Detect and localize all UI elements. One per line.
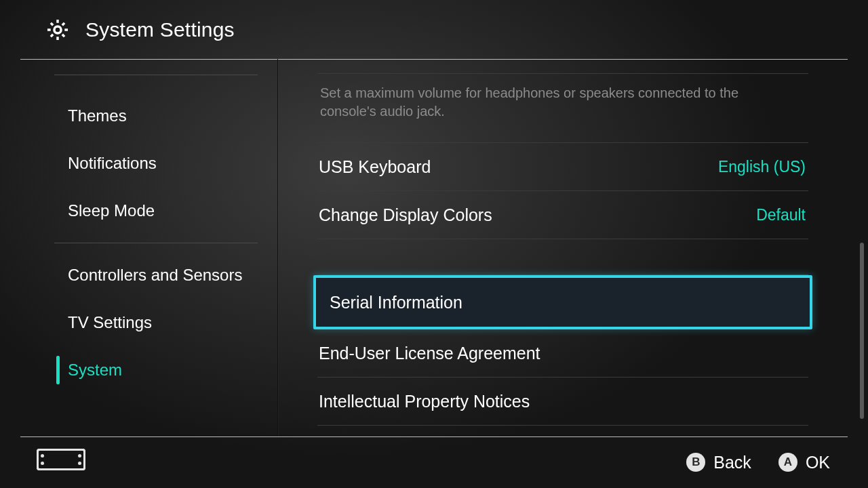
sidebar-item-label: System bbox=[68, 361, 122, 380]
sidebar: Themes Notifications Sleep Mode Controll… bbox=[0, 60, 278, 436]
back-label: Back bbox=[713, 453, 751, 472]
footer: B Back A OK bbox=[0, 436, 868, 488]
main: Set a maximum volume for headphones or s… bbox=[278, 60, 868, 436]
sidebar-item-tv-settings[interactable]: TV Settings bbox=[54, 299, 258, 346]
hint-text: Set a maximum volume for headphones or s… bbox=[317, 74, 758, 121]
sidebar-item-label: Controllers and Sensors bbox=[68, 266, 242, 285]
sidebar-item-controllers-and-sensors[interactable]: Controllers and Sensors bbox=[54, 251, 258, 299]
header: System Settings bbox=[0, 0, 868, 60]
sidebar-item-notifications[interactable]: Notifications bbox=[54, 140, 258, 187]
option-usb-keyboard[interactable]: USB Keyboard English (US) bbox=[317, 143, 808, 191]
sidebar-group-2: Controllers and Sensors TV Settings Syst… bbox=[0, 251, 278, 394]
list-item-serial-information[interactable]: Serial Information bbox=[313, 275, 812, 329]
gear-icon bbox=[45, 17, 71, 43]
option-label: USB Keyboard bbox=[319, 157, 431, 177]
body: Themes Notifications Sleep Mode Controll… bbox=[0, 60, 868, 436]
option-value: Default bbox=[756, 206, 806, 224]
back-button[interactable]: B Back bbox=[686, 453, 751, 472]
list-item-label: Intellectual Property Notices bbox=[319, 392, 530, 411]
sidebar-divider bbox=[54, 75, 258, 75]
sidebar-item-label: TV Settings bbox=[68, 313, 152, 332]
sidebar-item-label: Sleep Mode bbox=[68, 201, 155, 220]
sidebar-item-label: Notifications bbox=[68, 154, 157, 173]
scrollbar[interactable] bbox=[860, 243, 864, 419]
sidebar-group-1: Themes Notifications Sleep Mode bbox=[0, 92, 278, 235]
list-item-label: End-User License Agreement bbox=[319, 344, 540, 363]
sidebar-divider bbox=[54, 243, 258, 243]
b-button-icon: B bbox=[686, 453, 705, 472]
page-title: System Settings bbox=[85, 18, 235, 41]
list-item-ip-notices[interactable]: Intellectual Property Notices bbox=[317, 378, 808, 426]
option-label: Change Display Colors bbox=[319, 205, 492, 225]
controller-indicator bbox=[37, 449, 85, 470]
footer-hints: B Back A OK bbox=[686, 436, 830, 488]
sidebar-item-themes[interactable]: Themes bbox=[54, 92, 258, 140]
sidebar-item-system[interactable]: System bbox=[54, 346, 258, 394]
sidebar-item-label: Themes bbox=[68, 106, 127, 125]
svg-point-0 bbox=[54, 26, 61, 33]
ok-label: OK bbox=[806, 453, 830, 472]
list-item-label: Serial Information bbox=[330, 293, 462, 312]
controller-icon bbox=[37, 449, 85, 470]
option-value: English (US) bbox=[718, 158, 806, 176]
sidebar-item-sleep-mode[interactable]: Sleep Mode bbox=[54, 187, 258, 235]
list-item-eula[interactable]: End-User License Agreement bbox=[317, 329, 808, 378]
option-change-display-colors[interactable]: Change Display Colors Default bbox=[317, 191, 808, 239]
ok-button[interactable]: A OK bbox=[778, 453, 830, 472]
a-button-icon: A bbox=[778, 453, 797, 472]
